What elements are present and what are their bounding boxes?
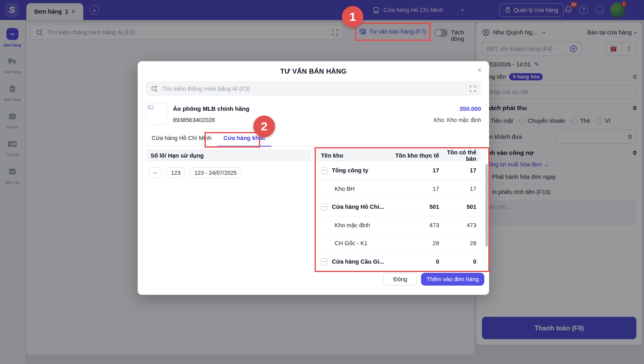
batch-section: Số lô/ Hạn sử dụng -- 123 123 - 24/07/20… [146,149,311,178]
product-price: 350.000 [459,105,481,112]
annotation-step-1: 1 [342,6,363,28]
batch-header: Số lô/ Hạn sử dụng [146,149,311,162]
product-stock-info: Kho: Kho mặc định [434,117,481,123]
tabs-divider [146,146,481,146]
modal-search-bar[interactable] [146,81,481,96]
annotation-box-tab [205,132,260,148]
close-icon[interactable]: × [477,66,482,75]
batch-chip[interactable]: -- [148,167,162,178]
ai-search-icon [150,85,158,93]
batch-chip[interactable]: 123 [166,167,185,178]
product-barcode: 8938563402028 [173,117,215,123]
annotation-step-2: 2 [253,116,275,137]
modal-search-input[interactable] [162,86,465,92]
modal-title: TƯ VẤN BÁN HÀNG [138,68,489,76]
barcode-scan-icon [469,85,476,92]
annotation-box-consult [355,23,431,41]
batch-chip[interactable]: 123 - 24/07/2025 [189,167,242,178]
product-image [146,103,168,125]
add-to-order-button[interactable]: Thêm vào đơn hàng [421,273,484,286]
product-name: Áo phông MLB chính hãng [173,105,249,112]
annotation-box-table [315,147,490,272]
modal-close-button[interactable]: Đóng [383,273,417,286]
